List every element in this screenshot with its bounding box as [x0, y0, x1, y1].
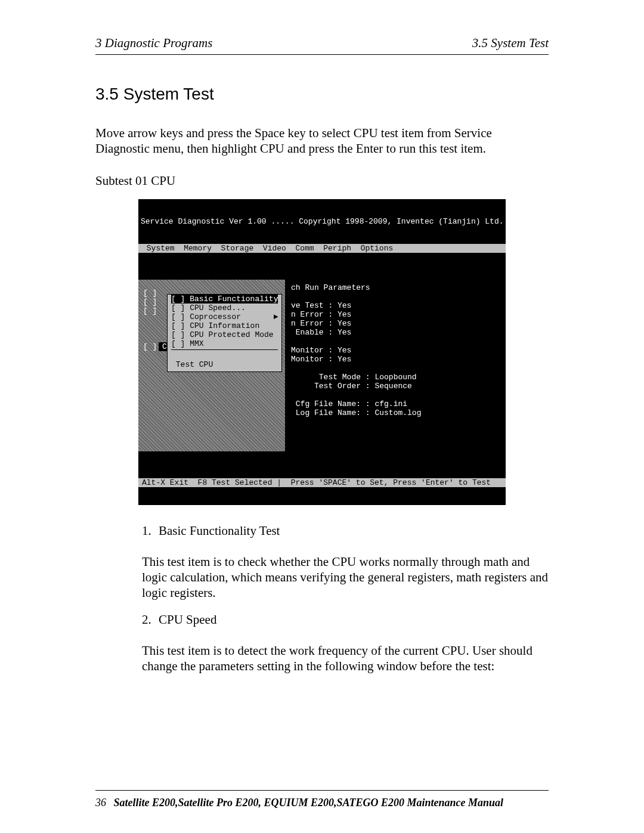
submenu-footer: Test CPU — [171, 360, 213, 369]
page-footer: 36 Satellite E200,Satellite Pro E200, EQ… — [95, 790, 549, 809]
submenu-item-info: [ ] CPU Information — [171, 321, 259, 330]
dos-title-bar: Service Diagnostic Ver 1.00 ..... Copyri… — [138, 217, 506, 226]
run-parameters-panel: ch Run Parameters ve Test : Yes n Error … — [285, 280, 506, 451]
submenu-item-basic: [ ] Basic Functionality — [171, 295, 278, 304]
footer-title: Satellite E200,Satellite Pro E200, EQUIU… — [114, 797, 504, 809]
list-item-2-desc: This test item is to detect the work fre… — [142, 643, 549, 674]
section-title: 3.5 System Test — [95, 85, 549, 104]
cpu-submenu: [ ] Basic Functionality [ ] CPU Speed...… — [167, 294, 282, 372]
submenu-item-mmx: [ ] MMX — [171, 339, 204, 348]
panel-lines: ve Test : Yes n Error : Yes n Error : Ye… — [291, 301, 421, 417]
header-right: 3.5 System Test — [472, 36, 549, 51]
dos-screenshot: Service Diagnostic Ver 1.00 ..... Copyri… — [138, 199, 506, 505]
submenu-item-protected: [ ] CPU Protected Mode — [171, 330, 274, 339]
intro-text: Move arrow keys and press the Space key … — [95, 125, 549, 157]
submenu-item-coproc: [ ] Coprocessor ► — [171, 312, 278, 321]
page: 3 Diagnostic Programs 3.5 System Test 3.… — [0, 0, 644, 833]
dos-body: ch Run Parameters ve Test : Yes n Error … — [138, 280, 506, 451]
list-item-2-title: 2.CPU Speed — [142, 612, 549, 627]
list-block: 1.Basic Functionality Test This test ite… — [142, 523, 549, 674]
dos-status-bar: Alt-X Exit F8 Test Selected | Press 'SPA… — [138, 478, 506, 487]
panel-title: ch Run Parameters — [291, 283, 370, 292]
list-item-1-desc: This test item is to check whether the C… — [142, 554, 549, 601]
submenu-item-speed: [ ] CPU Speed... — [171, 304, 246, 312]
page-header: 3 Diagnostic Programs 3.5 System Test — [95, 36, 549, 55]
page-number: 36 — [95, 797, 106, 809]
cpu-marker: [ ] — [143, 342, 157, 351]
list-item-1-title: 1.Basic Functionality Test — [142, 523, 549, 538]
dos-menubar: System Memory Storage Video Comm Periph … — [138, 244, 506, 253]
header-left: 3 Diagnostic Programs — [95, 36, 212, 51]
subtest-label: Subtest 01 CPU — [95, 174, 549, 188]
left-markers: [ ] [ ] [ ] — [143, 289, 157, 315]
